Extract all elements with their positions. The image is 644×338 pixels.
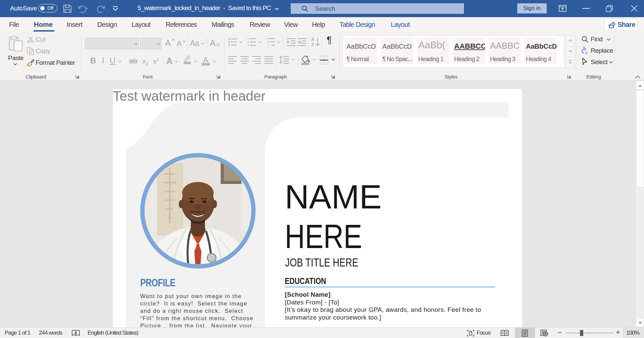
svg-text:c: c (585, 50, 588, 55)
svg-text:A: A (311, 37, 315, 42)
svg-text:2: 2 (247, 40, 249, 44)
svg-text:a: a (267, 40, 269, 44)
svg-text:1: 1 (266, 37, 268, 40)
svg-text:1: 1 (247, 37, 249, 40)
svg-text:i: i (269, 44, 269, 47)
svg-text:Z: Z (311, 42, 314, 47)
svg-text:3: 3 (247, 44, 249, 47)
